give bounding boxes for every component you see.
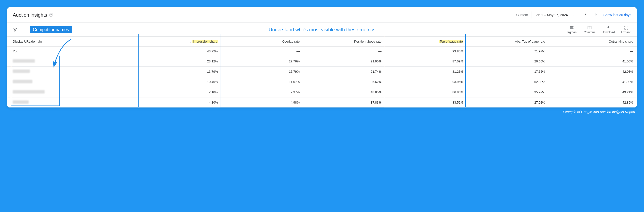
cell-overlap: — [222,46,303,56]
download-icon [606,25,611,30]
cell-top_of_page: 81.23% [385,67,466,77]
table-row: < 10%2.37%48.85%86.86%35.92%43.21% [7,87,637,98]
title-text: Auction insights [13,12,47,18]
redacted-competitor [13,70,30,73]
col-outranking[interactable]: Outranking share [548,37,637,46]
col-top-of-page[interactable]: Top of page rate [385,37,466,46]
date-range-picker[interactable]: Jan 1 – May 27, 2024 [532,11,578,19]
columns-button[interactable]: Columns [584,25,596,34]
cell-domain [7,98,140,108]
table-row: 10.45%11.07%35.62%93.96%52.80%41.99% [7,77,637,87]
cell-abs_top: 52.80% [467,77,548,87]
cell-abs_top: 17.66% [467,67,548,77]
cell-domain [7,56,140,67]
col-position-above[interactable]: Position above rate [303,37,385,46]
cell-top_of_page: 93.96% [385,77,466,87]
cell-outranking: 41.05% [548,56,637,67]
cell-top_of_page: 93.80% [385,46,466,56]
toolbar-row: Competitor names Understand who's most v… [7,23,637,36]
col-abs-top[interactable]: Abs. Top of page rate [467,37,548,46]
date-range-text: Jan 1 – May 27, 2024 [535,13,568,17]
date-mode-label: Custom [516,13,528,17]
cell-overlap: 17.79% [222,67,303,77]
cell-top_of_page: 83.52% [385,98,466,108]
table-row: 23.12%27.76%21.95%87.09%20.66%41.05% [7,56,637,67]
cell-domain [7,67,140,77]
cell-position_above: — [303,46,385,56]
cell-domain [7,87,140,98]
sort-desc-icon: ↓ [190,40,192,43]
cell-overlap: 2.37% [222,87,303,98]
segment-label: Segment [566,31,578,34]
svg-rect-0 [588,26,591,29]
cell-domain: You [7,46,140,56]
cell-impression: < 10% [140,98,221,108]
cell-outranking: 43.21% [548,87,637,98]
cell-abs_top: 20.66% [467,56,548,67]
table-body: You43.72%——93.80%71.97%—23.12%27.76%21.9… [7,46,637,108]
cell-overlap: 27.76% [222,56,303,67]
cell-overlap: 11.07% [222,77,303,87]
expand-icon [624,25,629,30]
annotation-competitor-badge: Competitor names [30,26,72,33]
filter-icon[interactable] [13,27,18,32]
columns-label: Columns [584,31,596,34]
redacted-competitor [13,80,32,83]
report-card: Auction insights ? Custom Jan 1 – May 27… [7,7,637,107]
download-button[interactable]: Download [602,25,615,34]
help-icon[interactable]: ? [49,13,53,17]
cell-abs_top: 27.02% [467,98,548,108]
cell-impression: 23.12% [140,56,221,67]
table-row: 13.79%17.79%21.74%81.23%17.66%42.03% [7,67,637,77]
cell-impression: < 10% [140,87,221,98]
segment-button[interactable]: Segment [566,25,578,34]
redacted-competitor [13,59,35,63]
header-row: Display URL domain ↓Impression share Ove… [7,37,637,46]
cell-domain [7,77,140,87]
cell-position_above: 35.62% [303,77,385,87]
cell-top_of_page: 87.09% [385,56,466,67]
cell-outranking: — [548,46,637,56]
cell-abs_top: 71.97% [467,46,548,56]
header-controls: Custom Jan 1 – May 27, 2024 Show last 30… [516,11,631,19]
cell-abs_top: 35.92% [467,87,548,98]
redacted-competitor [13,100,29,104]
page-title: Auction insights ? [13,12,53,18]
cell-outranking: 42.03% [548,67,637,77]
cell-position_above: 48.85% [303,87,385,98]
cell-outranking: 41.99% [548,77,637,87]
redacted-competitor [13,90,45,94]
cell-position_above: 21.95% [303,56,385,67]
expand-label: Expand [621,31,631,34]
image-caption: Example of Google Ads Auction Insights R… [7,110,637,114]
annotation-metrics-text: Understand who's most visible with these… [268,27,375,33]
col-impression-share[interactable]: ↓Impression share [140,37,221,46]
show-last-30-link[interactable]: Show last 30 days [603,13,631,17]
cell-position_above: 37.83% [303,98,385,108]
chevron-down-icon [572,13,575,16]
segment-icon [569,25,574,30]
toolbar-actions: Segment Columns Download Expand [566,25,631,34]
header-bar: Auction insights ? Custom Jan 1 – May 27… [7,7,637,23]
table-row: You43.72%——93.80%71.97%— [7,46,637,56]
table-row: < 10%4.98%37.83%83.52%27.02%42.89% [7,98,637,108]
col-domain[interactable]: Display URL domain [7,37,140,46]
cell-position_above: 21.74% [303,67,385,77]
cell-overlap: 4.98% [222,98,303,108]
cell-impression: 10.45% [140,77,221,87]
prev-period-button[interactable] [582,11,589,19]
col-overlap[interactable]: Overlap rate [222,37,303,46]
auction-table: Display URL domain ↓Impression share Ove… [7,36,637,107]
cell-top_of_page: 86.86% [385,87,466,98]
download-label: Download [602,31,615,34]
cell-impression: 43.72% [140,46,221,56]
cell-outranking: 42.89% [548,98,637,108]
expand-button[interactable]: Expand [621,25,631,34]
columns-icon [587,25,592,30]
next-period-button [592,11,600,19]
cell-impression: 13.79% [140,67,221,77]
